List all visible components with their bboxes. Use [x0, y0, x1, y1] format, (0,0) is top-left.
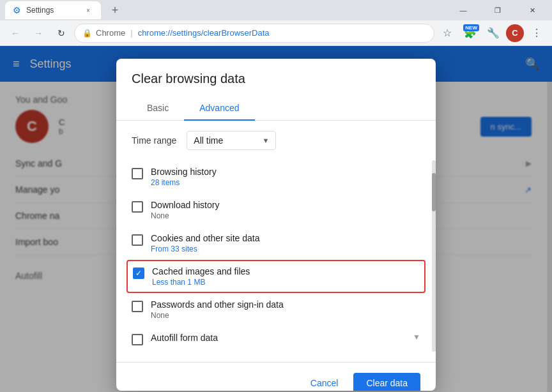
cached-images-text: Cached images and files Less than 1 MB: [152, 266, 250, 287]
title-bar: ⚙ Settings × + — ❐ ✕: [0, 0, 552, 20]
download-history-checkbox[interactable]: [132, 201, 143, 213]
browsing-history-checkbox[interactable]: [132, 168, 143, 179]
modal-scroll-area: Browsing history 28 items Download histo…: [116, 160, 436, 352]
profile-avatar[interactable]: C: [506, 24, 524, 42]
tab-advanced[interactable]: Advanced: [184, 96, 254, 121]
cached-images-item: ✓ Cached images and files Less than 1 MB: [126, 260, 425, 293]
extension-button[interactable]: 🧩 NEW: [460, 23, 480, 43]
autofill-dropdown-icon: ▼: [413, 333, 420, 342]
cookies-sub: From 33 sites: [151, 245, 259, 253]
modal-scrollbar-track[interactable]: [432, 160, 436, 352]
cookies-checkbox[interactable]: [132, 234, 143, 246]
download-history-text: Download history None: [151, 200, 219, 220]
url-chrome-text: Chrome: [96, 28, 125, 38]
tab-basic[interactable]: Basic: [132, 96, 184, 121]
dropdown-arrow-icon: ▼: [262, 137, 269, 144]
cancel-button[interactable]: Cancel: [300, 373, 349, 391]
modal-title: Clear browsing data: [116, 59, 436, 96]
new-tab-button[interactable]: +: [106, 1, 124, 19]
clear-data-button[interactable]: Clear data: [353, 373, 420, 391]
modal-scrollbar-thumb[interactable]: [432, 173, 436, 211]
time-range-row: Time range All time ▼: [132, 131, 420, 150]
settings-page: ≡ Settings 🔍 You and Goo C C b n sync...…: [0, 46, 552, 392]
tab-title: Settings: [26, 6, 54, 15]
browsing-history-sub: 28 items: [151, 178, 217, 187]
check-mark-icon: ✓: [135, 269, 142, 278]
time-range-value: All time: [194, 135, 223, 146]
autofill-checkbox[interactable]: [132, 334, 143, 345]
menu-button[interactable]: ⋮: [526, 23, 547, 43]
download-history-sub: None: [151, 211, 219, 220]
browsing-history-item: Browsing history 28 items: [132, 160, 420, 193]
window-controls: — ❐ ✕: [448, 0, 547, 20]
modal-tabs: Basic Advanced: [116, 96, 436, 121]
passwords-item: Passwords and other sign-in data None: [132, 293, 420, 326]
puzzle-icon-2: 🔧: [487, 27, 500, 39]
url-separator: |: [130, 28, 132, 38]
forward-button[interactable]: →: [28, 23, 49, 43]
close-button[interactable]: ✕: [518, 0, 547, 20]
modal-footer: Cancel Clear data: [116, 362, 436, 391]
settings-tab[interactable]: ⚙ Settings ×: [5, 1, 101, 19]
tab-strip-area: ⚙ Settings × +: [5, 1, 124, 19]
tab-close-button[interactable]: ×: [83, 5, 93, 15]
cookies-text: Cookies and other site data From 33 site…: [151, 233, 259, 253]
star-icon: ☆: [443, 27, 452, 39]
passwords-checkbox[interactable]: [132, 301, 143, 312]
refresh-button[interactable]: ↻: [51, 23, 72, 43]
passwords-label: Passwords and other sign-in data: [151, 299, 284, 310]
cached-images-sub: Less than 1 MB: [152, 278, 250, 287]
star-button[interactable]: ☆: [437, 23, 457, 43]
cookies-item: Cookies and other site data From 33 site…: [132, 227, 420, 260]
modal-body: Time range All time ▼ Browsing history 2…: [116, 121, 436, 362]
lock-icon: 🔒: [82, 29, 92, 38]
modal-overlay: Clear browsing data Basic Advanced Time …: [0, 46, 552, 392]
back-button[interactable]: ←: [5, 23, 26, 43]
autofill-label: Autofill form data: [151, 333, 218, 343]
toolbar-icons: ☆ 🧩 NEW 🔧 C ⋮: [437, 23, 547, 43]
tab-favicon: ⚙: [13, 5, 21, 15]
passwords-sub: None: [151, 311, 284, 320]
more-icon: ⋮: [532, 27, 542, 39]
download-history-item: Download history None: [132, 193, 420, 227]
cached-images-checkbox[interactable]: ✓: [133, 268, 144, 279]
time-range-label: Time range: [132, 135, 176, 146]
autofill-item: Autofill form data ▼: [132, 326, 420, 352]
address-bar: ← → ↻ 🔒 Chrome | chrome://settings/clear…: [0, 20, 552, 46]
maximize-button[interactable]: ❐: [483, 0, 512, 20]
cached-images-label: Cached images and files: [152, 266, 250, 276]
url-path-text: chrome://settings/clearBrowserData: [138, 28, 270, 38]
autofill-text: Autofill form data: [151, 333, 218, 343]
browsing-history-label: Browsing history: [151, 167, 217, 177]
clear-browsing-data-modal: Clear browsing data Basic Advanced Time …: [116, 59, 436, 391]
time-range-select[interactable]: All time ▼: [187, 131, 276, 150]
minimize-button[interactable]: —: [448, 0, 478, 20]
new-badge: NEW: [463, 24, 479, 31]
url-bar[interactable]: 🔒 Chrome | chrome://settings/clearBrowse…: [74, 24, 434, 43]
extensions-menu-button[interactable]: 🔧: [483, 23, 503, 43]
cookies-label: Cookies and other site data: [151, 233, 259, 243]
browsing-history-text: Browsing history 28 items: [151, 167, 217, 187]
download-history-label: Download history: [151, 200, 219, 210]
passwords-text: Passwords and other sign-in data None: [151, 299, 284, 320]
